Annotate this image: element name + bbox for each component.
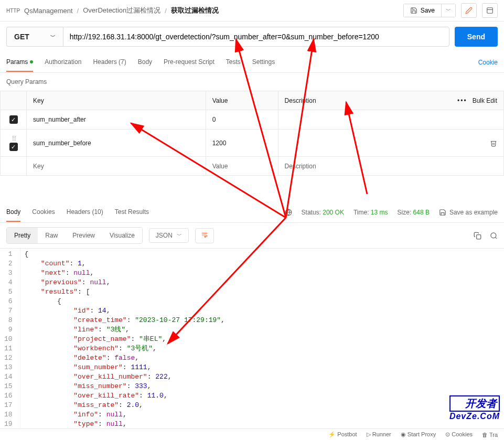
rtab-testresults[interactable]: Test Results [115,203,149,222]
rtab-cookies[interactable]: Cookies [32,203,55,222]
trash-link[interactable]: 🗑 Tra [482,432,498,438]
tab-prerequest[interactable]: Pre-request Script [164,53,215,72]
rtab-headers[interactable]: Headers (10) [67,203,103,222]
save-label: Save [421,7,435,14]
param-key[interactable]: sum_number_after [27,110,206,130]
tab-label: Params [6,58,28,66]
runner-link[interactable]: ▷ Runner [367,431,391,438]
code-content[interactable]: { "count": 1, "next": null, "previous": … [20,249,504,440]
param-desc[interactable] [278,130,503,157]
trash-icon[interactable] [490,139,497,147]
checkbox[interactable]: ✓ [9,115,18,124]
size-value: 648 B [413,209,430,216]
param-value[interactable]: 1200 [206,130,278,157]
copy-icon[interactable] [474,232,481,240]
postbot-link[interactable]: ⚡ Postbot [328,431,357,438]
param-value[interactable]: 0 [206,110,278,130]
method-label: GET [14,33,29,41]
bulk-edit-link[interactable]: Bulk Edit [473,97,497,104]
breadcrumb-root[interactable]: QsManagement [24,7,73,15]
line-gutter: 123456789101112131415161718192021 [0,249,20,440]
start-proxy-link[interactable]: ◉ Start Proxy [401,431,436,438]
response-status: Status: 200 OK Time: 13 ms Size: 648 B S… [285,209,498,216]
breadcrumb: HTTP QsManagement / OverDetection过漏检情况 /… [6,6,398,15]
save-example-button[interactable]: Save as example [439,209,498,216]
breadcrumb-sep: / [77,7,79,15]
pencil-icon [465,7,473,14]
col-value: Value [206,91,278,110]
format-select[interactable]: JSON ﹀ [149,228,189,243]
param-key[interactable]: sum_number_before [27,130,206,157]
col-key: Key [27,91,206,110]
chevron-down-icon: ﹀ [50,33,56,40]
view-raw[interactable]: Raw [38,228,65,243]
table-header-row: Key Value Description ••• Bulk Edit [1,91,504,110]
breadcrumb-sep: / [165,7,167,15]
view-pretty[interactable]: Pretty [7,228,38,243]
breadcrumb-mid[interactable]: OverDetection过漏检情况 [83,6,160,15]
layout-icon [486,7,494,14]
cookies-link[interactable]: Cookie [478,59,498,66]
table-row-empty: Key Value Description [1,157,504,176]
query-params-title: Query Params [0,73,504,91]
chevron-down-icon: ﹀ [177,232,182,239]
request-row: GET ﹀ Send [0,22,504,52]
view-group: Pretty Raw Preview Visualize [6,227,143,244]
tab-authorization[interactable]: Authorization [45,53,81,72]
globe-icon[interactable] [285,209,292,216]
size-label: Size: [398,209,412,216]
save-group: Save ﹀ [403,4,456,17]
drag-handle[interactable]: ⠿ [12,135,15,143]
params-table: Key Value Description ••• Bulk Edit ✓ su… [0,91,504,176]
tab-settings[interactable]: Settings [252,53,275,72]
response-toolbar: Pretty Raw Preview Visualize JSON ﹀ [0,223,504,249]
rtab-body[interactable]: Body [6,203,20,222]
svg-line-7 [495,237,497,239]
svg-rect-0 [487,8,493,14]
send-button[interactable]: Send [455,27,498,47]
layout-button[interactable] [482,3,498,18]
request-tabs: Params Authorization Headers (7) Body Pr… [0,52,504,73]
time-label: Time: [353,209,369,216]
watermark: 开发者 DevZe.CoM [449,395,500,421]
svg-point-6 [491,232,496,238]
param-key-placeholder[interactable]: Key [27,157,206,176]
param-desc-placeholder[interactable]: Description [278,157,503,176]
bottombar: ⚡ Postbot ▷ Runner ◉ Start Proxy ⊙ Cooki… [0,428,504,440]
response-code: 123456789101112131415161718192021 { "cou… [0,249,504,440]
save-icon [439,209,446,216]
wrap-button[interactable] [195,228,214,243]
tab-body[interactable]: Body [138,53,152,72]
time-value: 13 ms [371,209,388,216]
cookies-link[interactable]: ⊙ Cookies [445,431,473,438]
table-row: ⠿ ✓ sum_number_before 1200 [1,130,504,157]
search-icon[interactable] [490,232,498,240]
view-preview[interactable]: Preview [65,228,102,243]
col-desc: Description ••• Bulk Edit [278,91,503,110]
modified-dot [30,60,33,63]
edit-button[interactable] [461,3,477,18]
protocol-badge: HTTP [6,8,20,14]
topbar: HTTP QsManagement / OverDetection过漏检情况 /… [0,0,504,22]
url-input[interactable] [63,27,449,47]
breadcrumb-current: 获取过漏检情况 [171,6,219,15]
status-code: 200 OK [323,209,344,216]
more-icon[interactable]: ••• [457,97,467,104]
param-value-placeholder[interactable]: Value [206,157,278,176]
tab-headers[interactable]: Headers (7) [93,53,126,72]
save-button[interactable]: Save [404,4,442,17]
status-label: Status: [302,209,321,216]
wrap-icon [201,232,208,238]
format-label: JSON [156,232,173,239]
save-icon [410,7,417,14]
param-desc[interactable] [278,110,503,130]
save-chevron[interactable]: ﹀ [442,4,455,17]
tab-params[interactable]: Params [6,53,33,72]
tab-tests[interactable]: Tests [226,53,241,72]
svg-rect-5 [477,234,481,239]
view-visualize[interactable]: Visualize [102,228,142,243]
response-tabs: Body Cookies Headers (10) Test Results S… [0,202,504,223]
method-select[interactable]: GET ﹀ [6,27,63,47]
table-row: ✓ sum_number_after 0 [1,110,504,130]
checkbox[interactable]: ✓ [9,143,18,151]
